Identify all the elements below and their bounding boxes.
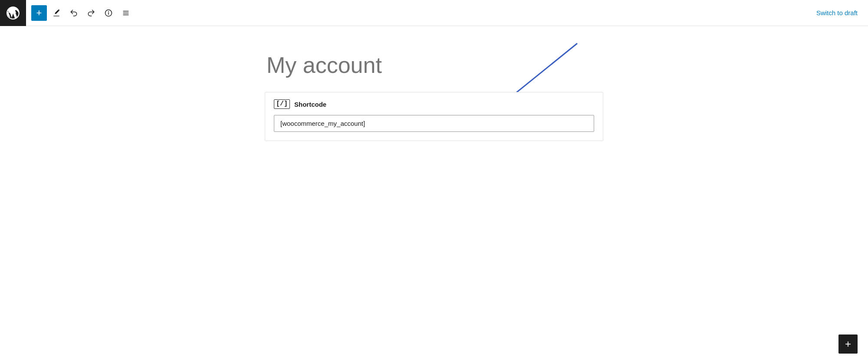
- undo-button[interactable]: [66, 5, 82, 21]
- list-view-icon: [122, 9, 130, 17]
- bottom-add-button[interactable]: +: [838, 334, 858, 354]
- switch-to-draft-button[interactable]: Switch to draft: [816, 6, 858, 20]
- details-button[interactable]: [101, 5, 116, 21]
- add-block-button[interactable]: +: [31, 5, 47, 21]
- shortcode-header: [/] Shortcode: [274, 99, 594, 109]
- redo-icon: [87, 9, 95, 17]
- shortcode-block: [/] Shortcode: [265, 92, 603, 141]
- content-wrapper: My account [/] Shortcode: [265, 52, 603, 158]
- page-title: My account: [265, 52, 603, 78]
- undo-icon: [69, 9, 78, 17]
- info-icon: [104, 9, 113, 17]
- list-view-button[interactable]: [118, 5, 134, 21]
- main-content: My account [/] Shortcode: [0, 26, 868, 184]
- shortcode-block-label: Shortcode: [294, 101, 326, 108]
- pencil-icon: [52, 9, 61, 17]
- wordpress-logo-icon: [5, 5, 21, 21]
- shortcode-block-icon: [/]: [274, 99, 290, 109]
- toolbar-right: Switch to draft: [816, 6, 868, 20]
- shortcode-input[interactable]: [274, 115, 594, 132]
- wp-logo[interactable]: [0, 0, 26, 26]
- toolbar: +: [0, 0, 868, 26]
- edit-mode-button[interactable]: [49, 5, 64, 21]
- redo-button[interactable]: [83, 5, 99, 21]
- toolbar-left: +: [26, 5, 816, 21]
